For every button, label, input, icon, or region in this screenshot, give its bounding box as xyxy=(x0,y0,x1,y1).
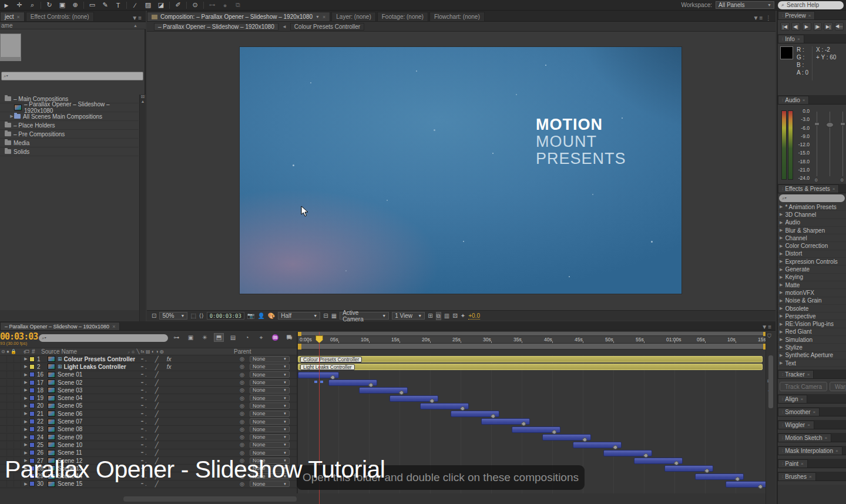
layer-switches[interactable]: ᠆.╱ xyxy=(139,395,159,401)
tab-preview[interactable]: ⁞ Preview× xyxy=(778,11,815,19)
av-cell[interactable] xyxy=(14,442,21,448)
controller-track-bar[interactable]: Light Leaks Controller xyxy=(298,364,763,370)
tab-layer[interactable]: Layer: (none) xyxy=(331,12,375,21)
type-tool[interactable]: T xyxy=(112,1,125,10)
show-snapshot-icon[interactable]: 👤 xyxy=(257,313,264,319)
effects-category[interactable]: ▶3D Channel xyxy=(778,211,846,219)
project-item[interactable]: – Pre Compositions xyxy=(0,130,139,139)
composition-viewer[interactable]: MOTION MOUNT PRESENTS xyxy=(147,32,776,310)
twirl-icon[interactable]: ▶ xyxy=(22,419,29,424)
pickwhip-icon[interactable]: ◎ xyxy=(240,419,244,425)
twirl-icon[interactable]: ▶ xyxy=(9,114,14,119)
label-chip[interactable] xyxy=(29,372,35,377)
av-cell[interactable] xyxy=(7,364,14,370)
twirl-icon[interactable]: ▶ xyxy=(780,220,783,225)
navigator-start-cap[interactable] xyxy=(298,332,301,336)
warp-stabilizer-button[interactable]: Warp St xyxy=(830,382,846,391)
next-frame-button[interactable]: |▶ xyxy=(813,22,822,31)
av-cell[interactable] xyxy=(0,371,7,378)
motion-blur-icon[interactable]: ◔ xyxy=(242,333,252,342)
twirl-icon[interactable]: ▶ xyxy=(22,451,29,455)
tab-align[interactable]: ⁞Align× xyxy=(778,395,807,403)
audio-fader-right[interactable] xyxy=(842,112,843,176)
av-cell[interactable] xyxy=(14,411,21,417)
av-cell[interactable] xyxy=(0,364,7,370)
effects-category[interactable]: ▶RE:Vision Plug-ins xyxy=(778,320,846,328)
label-chip[interactable] xyxy=(29,450,35,455)
effects-category[interactable]: ▶Noise & Grain xyxy=(778,297,846,305)
puppet-pin-tool[interactable]: ⊙ xyxy=(189,1,202,10)
parent-dropdown[interactable]: None▼ xyxy=(250,449,290,456)
pickwhip-icon[interactable]: ◎ xyxy=(240,434,244,440)
av-cell[interactable] xyxy=(7,387,14,394)
av-cell[interactable] xyxy=(14,434,21,441)
controller-track-bar[interactable]: Colour Presets Controller xyxy=(298,356,763,362)
tab-smoother[interactable]: ⁞Smoother× xyxy=(778,408,820,416)
layer-name[interactable]: Scene 02 xyxy=(58,379,82,386)
layer-row[interactable]: ▶25Scene 10᠆.╱◎None▼ xyxy=(0,441,297,449)
label-chip[interactable] xyxy=(29,419,35,424)
quality-icon[interactable]: ᠆. xyxy=(139,371,147,378)
selection-tool[interactable]: ► xyxy=(0,1,13,10)
quality-slash-icon[interactable]: ╱ xyxy=(155,364,159,370)
label-chip[interactable] xyxy=(29,395,35,401)
quality-icon[interactable]: ᠆. xyxy=(139,449,147,456)
audio-button[interactable]: ◀𝄙 xyxy=(835,22,844,31)
twirl-icon[interactable]: ▶ xyxy=(22,357,29,361)
layer-name[interactable]: Scene 07 xyxy=(58,418,82,425)
twirl-icon[interactable]: ▶ xyxy=(780,275,783,280)
av-cell[interactable] xyxy=(7,356,14,362)
project-item[interactable]: Media xyxy=(0,139,139,147)
layer-name[interactable]: Scene 11 xyxy=(58,449,82,456)
effects-category[interactable]: ▶Channel xyxy=(778,234,846,242)
twirl-icon[interactable]: ▶ xyxy=(780,298,783,303)
effects-search-input[interactable]: ⌕▾ xyxy=(779,194,845,202)
quality-slash-icon[interactable]: ╱ xyxy=(155,411,159,417)
project-item[interactable]: Solids xyxy=(0,147,139,156)
effects-category[interactable]: ▶Text xyxy=(778,359,846,367)
av-cell[interactable] xyxy=(14,402,21,409)
layer-switches[interactable]: ᠆.╱fx xyxy=(139,356,172,362)
quality-icon[interactable]: ᠆. xyxy=(139,387,147,394)
layer-switches[interactable]: ᠆.╱ xyxy=(139,418,159,425)
quality-slash-icon[interactable]: ╱ xyxy=(155,371,159,378)
eraser-tool[interactable]: ◪ xyxy=(155,1,167,10)
twirl-icon[interactable]: ▶ xyxy=(22,364,29,369)
project-search-input[interactable]: ⌕▾ xyxy=(1,72,143,80)
comp-flowchart-icon[interactable]: ⊶ xyxy=(172,333,182,342)
close-icon[interactable]: × xyxy=(808,13,811,18)
tab-composition[interactable]: Composition: – Parallax Opener – Slidesh… xyxy=(147,12,330,21)
twirl-icon[interactable]: ▶ xyxy=(780,361,783,365)
av-cells[interactable] xyxy=(0,411,22,417)
parent-header[interactable]: Parent xyxy=(234,348,251,355)
pickwhip-icon[interactable]: ◎ xyxy=(240,364,244,369)
av-cells[interactable] xyxy=(0,395,22,401)
camera-dropdown[interactable]: Active Camera▼ xyxy=(340,312,389,320)
pickwhip-icon[interactable]: ◎ xyxy=(240,395,244,401)
layer-switches[interactable]: ᠆.╱ xyxy=(139,411,159,417)
layer-switches[interactable]: ᠆.╱ xyxy=(139,426,159,432)
av-cell[interactable] xyxy=(0,418,7,425)
av-cell[interactable] xyxy=(14,356,21,362)
parent-dropdown[interactable]: None▼ xyxy=(250,356,290,362)
composition-image[interactable]: MOTION MOUNT PRESENTS xyxy=(240,47,682,294)
effects-category[interactable]: ▶Matte xyxy=(778,281,846,289)
tab-paint[interactable]: ⁞Paint× xyxy=(778,459,808,468)
tab-brushes[interactable]: ⁞Brushes× xyxy=(778,472,816,481)
effects-category[interactable]: ▶Expression Controls xyxy=(778,258,846,266)
pickwhip-icon[interactable]: ◎ xyxy=(240,379,244,385)
layer-row[interactable]: ▶18Scene 03᠆.╱◎None▼ xyxy=(0,387,297,394)
layer-name[interactable]: Scene 06 xyxy=(58,411,82,417)
resolution-dropdown[interactable]: Half▼ xyxy=(278,312,320,320)
project-item[interactable]: – Parallax Opener – Slideshow – 1920x108… xyxy=(0,103,139,112)
twirl-icon[interactable]: ▶ xyxy=(22,380,29,385)
layer-row[interactable]: ▶22Scene 07᠆.╱◎None▼ xyxy=(0,418,297,425)
twirl-icon[interactable]: ▶ xyxy=(780,283,783,287)
twirl-icon[interactable]: ▶ xyxy=(780,204,783,209)
work-area-start[interactable] xyxy=(298,344,301,350)
close-icon[interactable]: × xyxy=(17,14,20,20)
layer-switches[interactable]: ᠆.╱ xyxy=(139,434,159,441)
av-cell[interactable] xyxy=(0,379,7,386)
pickwhip-icon[interactable]: ◎ xyxy=(240,442,244,448)
fx-badge[interactable]: fx xyxy=(167,364,172,370)
